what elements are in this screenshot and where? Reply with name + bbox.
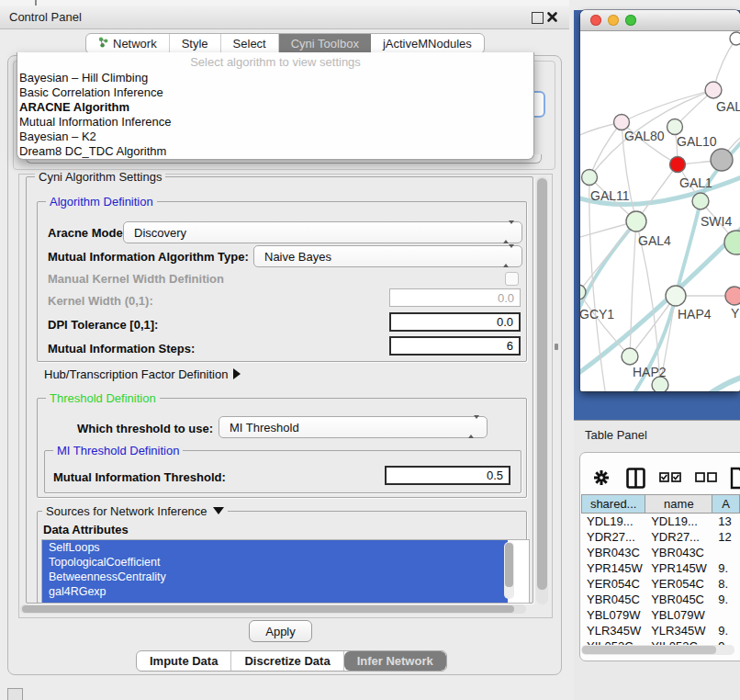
- network-node-gal2[interactable]: [705, 82, 722, 98]
- dpi-tolerance-field[interactable]: 0.0: [389, 312, 521, 332]
- network-node-hap2[interactable]: [622, 348, 638, 365]
- table-row[interactable]: YDL19...YDL19...13: [581, 514, 740, 529]
- settings-vscrollbar-thumb[interactable]: [537, 178, 547, 590]
- new-table-icon[interactable]: [730, 467, 740, 490]
- algorithm-option[interactable]: Bayesian – Hill Climbing: [19, 71, 530, 85]
- column-header-1[interactable]: shared...: [581, 494, 645, 514]
- network-canvas[interactable]: GAL2GAL80GAL10GAL1GAL11SWI4GAL4HAP4YGCY1…: [580, 30, 740, 391]
- hub-definition-toggle[interactable]: Hub/Transcription Factor Definition: [44, 367, 241, 381]
- network-node-hap4[interactable]: [666, 286, 686, 306]
- table-row[interactable]: YBR043CYBR043C: [581, 545, 740, 560]
- data-attributes-list[interactable]: SelfLoopsTopologicalCoefficientBetweenne…: [41, 539, 530, 604]
- which-threshold-combo[interactable]: MI Threshold: [219, 416, 488, 438]
- expand-right-icon: [233, 368, 241, 379]
- node-table[interactable]: shared...nameA YDL19...YDL19...13YDR27..…: [581, 494, 740, 656]
- sources-toggle[interactable]: Sources for Network Inference: [42, 504, 228, 518]
- table-panel-title: Table Panel: [585, 428, 647, 442]
- data-attribute-item[interactable]: TopologicalCoefficient: [42, 555, 508, 570]
- table-hscrollbar-thumb[interactable]: [582, 646, 716, 654]
- network-node[interactable]: [730, 32, 740, 45]
- network-node-gal10[interactable]: [667, 119, 683, 135]
- collapse-down-icon: [213, 507, 224, 514]
- node-label: GAL4: [638, 233, 671, 248]
- node-label: HAP4: [678, 307, 712, 322]
- checked-pair-icon[interactable]: [659, 472, 681, 482]
- network-node[interactable]: [724, 231, 740, 254]
- bottom-tab-infer-network[interactable]: Infer Network: [344, 651, 446, 671]
- unchecked-pair-icon[interactable]: [695, 472, 717, 482]
- table-row[interactable]: YBR045CYBR045C9.: [581, 592, 740, 607]
- tab-jactivemnodules[interactable]: jActiveMNodules: [371, 34, 484, 53]
- close-icon[interactable]: [546, 11, 558, 23]
- bottom-tab-impute-data[interactable]: Impute Data: [137, 651, 231, 671]
- table-cell: YDR27...: [581, 530, 645, 544]
- algorithm-option[interactable]: Basic Correlation Inference: [19, 85, 530, 100]
- table-cell: YBR043C: [581, 546, 645, 559]
- table-cell: YBL079W: [581, 608, 645, 622]
- network-node-gal1[interactable]: [670, 157, 686, 173]
- zoom-traffic-light-icon[interactable]: [625, 15, 636, 26]
- combo-arrows-icon: [503, 224, 514, 241]
- columns-icon[interactable]: [626, 468, 645, 489]
- minimize-traffic-light-icon[interactable]: [608, 15, 619, 26]
- table-row[interactable]: YPR145WYPR145W9.: [581, 560, 740, 576]
- aracne-mode-combo[interactable]: Discovery: [123, 221, 522, 243]
- table-row[interactable]: YDR27...YDR27...12: [581, 529, 740, 545]
- table-body: YDL19...YDL19...13YDR27...YDR27...12YBR0…: [581, 514, 740, 654]
- table-cell: YPR145W: [645, 561, 712, 575]
- tab-cyni-toolbox[interactable]: Cyni Toolbox: [279, 34, 371, 53]
- network-node-swi4[interactable]: [692, 193, 709, 209]
- algorithm-option[interactable]: Mutual Information Inference: [19, 115, 530, 130]
- algorithm-option[interactable]: Bayesian – K2: [19, 130, 530, 144]
- tab-style[interactable]: Style: [170, 34, 221, 53]
- settings-hscrollbar-thumb[interactable]: [22, 605, 514, 613]
- close-traffic-light-icon[interactable]: [590, 15, 601, 26]
- network-node[interactable]: [711, 149, 733, 171]
- kernel-width-field[interactable]: 0.0: [389, 288, 521, 307]
- tab-label: jActiveMNodules: [383, 37, 472, 51]
- control-panel-tabbar: NetworkStyleSelectCyni ToolboxjActiveMNo…: [85, 33, 485, 54]
- table-row[interactable]: YBL079WYBL079W: [581, 607, 740, 623]
- tab-select[interactable]: Select: [221, 34, 279, 53]
- network-node-gal11[interactable]: [582, 170, 598, 186]
- column-header-2[interactable]: name: [645, 494, 712, 514]
- tab-network[interactable]: Network: [86, 34, 170, 53]
- data-attribute-item[interactable]: [42, 599, 508, 604]
- algorithm-option[interactable]: ARACNE Algorithm: [19, 100, 530, 115]
- apply-button[interactable]: Apply: [249, 620, 312, 642]
- manual-kernel-checkbox[interactable]: [505, 272, 519, 286]
- node-label: GAL2: [716, 99, 740, 114]
- data-attribute-item[interactable]: BetweennessCentrality: [42, 570, 508, 584]
- column-header-3[interactable]: A: [712, 494, 740, 514]
- table-cell: YBR045C: [581, 593, 645, 606]
- data-attribute-item[interactable]: SelfLoops: [42, 540, 508, 555]
- gear-icon[interactable]: [593, 469, 610, 486]
- network-window-titlebar[interactable]: [580, 10, 740, 31]
- node-label: SWI4: [701, 214, 732, 229]
- algorithm-definition-title: Algorithm Definition: [46, 195, 157, 209]
- attributes-vscrollbar-thumb[interactable]: [505, 543, 513, 587]
- network-node-gal4[interactable]: [626, 211, 646, 231]
- table-cell: YLR345W: [645, 624, 712, 638]
- table-row[interactable]: YLR345WYLR345W9.: [581, 623, 740, 638]
- data-attribute-item[interactable]: gal4RGexp: [42, 584, 508, 599]
- mi-threshold-field[interactable]: 0.5: [385, 466, 510, 485]
- tab-label: Cyni Toolbox: [291, 37, 359, 51]
- network-node-y[interactable]: [725, 287, 740, 305]
- collapsed-panel-gadget[interactable]: [7, 688, 23, 700]
- mi-steps-field[interactable]: 6: [389, 336, 521, 356]
- node-label: GCY1: [580, 307, 614, 322]
- mi-type-combo[interactable]: Naive Bayes: [253, 245, 522, 267]
- table-row[interactable]: YER054CYER054C8.: [581, 576, 740, 592]
- mi-threshold-box-title: MI Threshold Definition: [53, 444, 183, 457]
- tab-label: Style: [182, 37, 208, 51]
- float-window-icon[interactable]: [532, 12, 544, 24]
- algorithm-option[interactable]: Dream8 DC_TDC Algorithm: [19, 144, 530, 159]
- bottom-tab-discretize-data[interactable]: Discretize Data: [231, 651, 343, 671]
- mi-type-label: Mutual Information Algorithm Type:: [48, 250, 249, 264]
- network-node-gal80[interactable]: [614, 115, 630, 130]
- node-label: GAL80: [624, 129, 665, 143]
- network-nodes[interactable]: [580, 32, 740, 391]
- splitter-handle[interactable]: [555, 344, 558, 350]
- tab-label: Select: [233, 37, 266, 51]
